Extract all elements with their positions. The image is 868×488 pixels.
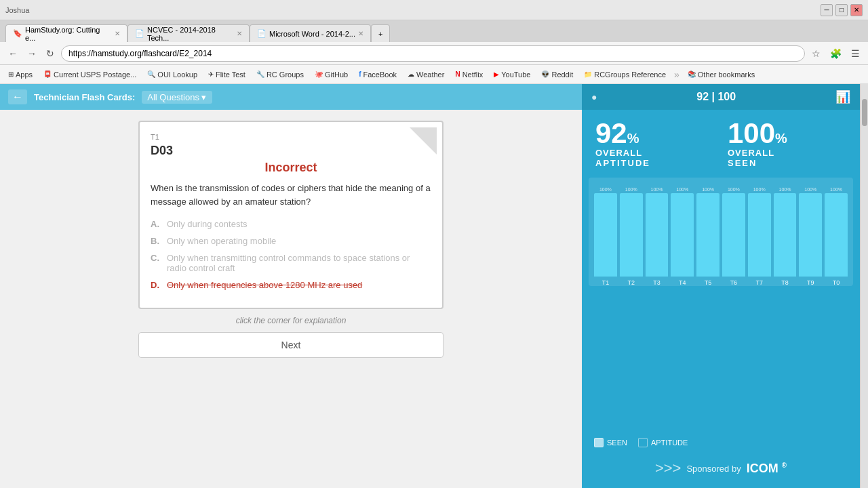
tab-label-2: NCVEC - 2014-2018 Tech... [147, 26, 234, 42]
bookmark-usps[interactable]: 📮 Current USPS Postage... [41, 69, 139, 80]
answer-b: B. Only when operating mobile [151, 236, 431, 246]
bar-bottom-label: T0 [833, 279, 840, 286]
bar-fill [774, 193, 797, 277]
bookmark-reddit[interactable]: 👽 Reddit [538, 69, 576, 80]
flash-header: ← Technician Flash Cards: All Questions … [0, 84, 582, 110]
answer-d-letter: D. [151, 280, 161, 290]
maximize-button[interactable]: □ [835, 4, 848, 16]
bar-fill [799, 193, 822, 277]
tab-icon-2: 📄 [135, 29, 144, 38]
sponsor-brand: ICOM ® [747, 462, 787, 476]
bar-top-label: 100% [702, 187, 714, 192]
tab-close-2[interactable]: ✕ [237, 30, 242, 37]
bar-top-label: 100% [830, 187, 842, 192]
seen-label-bottom: SEEN [728, 158, 846, 168]
bar-bottom-label: T6 [730, 279, 738, 286]
bar-group-t1: 100%T1 [594, 187, 617, 287]
answer-c: C. Only when transmitting control comman… [151, 253, 431, 273]
bookmark-rcref-label: RCGroups Reference [594, 70, 666, 79]
scrollbar-thumb[interactable] [862, 99, 867, 126]
github-icon: 🐙 [315, 70, 323, 78]
bookmarks-bar: ⊞ Apps 📮 Current USPS Postage... 🔍 OUI L… [0, 65, 868, 84]
bookmark-oui[interactable]: 🔍 OUI Lookup [144, 69, 200, 80]
bar-chart: 100%T1100%T2100%T3100%T4100%T5100%T6100%… [582, 178, 860, 432]
bar-fill [646, 193, 669, 277]
minimize-button[interactable]: ─ [821, 4, 833, 16]
oui-icon: 🔍 [147, 70, 155, 78]
tab-hamstudy[interactable]: 🔖 HamStudy.org: Cutting e... ✕ [5, 24, 127, 42]
reddit-icon: 👽 [541, 70, 549, 78]
card-question: When is the transmission of codes or cip… [151, 182, 431, 208]
flash-filter-button[interactable]: All Questions ▾ [142, 91, 212, 104]
bar-bottom-label: T1 [602, 279, 610, 286]
bar-bottom-label: T2 [627, 279, 635, 286]
answer-d-text: Only when frequencies above 1280 MHz are… [167, 280, 362, 290]
tab-icon: 🔖 [13, 29, 22, 38]
seen-block: 100% OVERALL SEEN [728, 119, 846, 168]
bookmark-oui-label: OUI Lookup [157, 70, 197, 79]
refresh-button[interactable]: ↻ [43, 47, 57, 60]
nav-bar: ← → ↻ ☆ 🧩 ☰ [0, 42, 868, 65]
bookmark-facebook[interactable]: f FaceBook [356, 69, 399, 80]
bookmark-star[interactable]: ☆ [809, 47, 823, 60]
bar-top-label: 100% [804, 187, 816, 192]
bookmark-netflix-label: Netflix [462, 70, 484, 79]
bar-fill [594, 193, 617, 277]
legend-aptitude-label: APTITUDE [651, 439, 688, 447]
tab-close-1[interactable]: ✕ [115, 30, 120, 37]
back-button[interactable]: ← [5, 47, 20, 60]
youtube-icon: ▶ [494, 70, 499, 78]
bookmark-apps[interactable]: ⊞ Apps [5, 69, 35, 80]
left-content: ← Technician Flash Cards: All Questions … [0, 84, 582, 488]
seen-label-top: OVERALL [728, 148, 846, 158]
apps-icon: ⊞ [8, 70, 14, 78]
bookmark-github[interactable]: 🐙 GitHub [312, 69, 351, 80]
next-button[interactable]: Next [138, 332, 443, 358]
scrollbar[interactable] [860, 84, 868, 488]
flashcard-corner[interactable] [410, 127, 437, 155]
flite-icon: ✈ [208, 70, 214, 78]
bookmark-rcref[interactable]: 📁 RCGroups Reference [581, 69, 669, 80]
bookmark-other[interactable]: 📚 Other bookmarks [685, 69, 757, 80]
flash-back-button[interactable]: ← [8, 89, 27, 104]
bar-top-label: 100% [599, 187, 612, 192]
bookmark-weather[interactable]: ☁ Weather [405, 69, 447, 80]
facebook-icon: f [359, 70, 361, 78]
close-button[interactable]: ✕ [850, 4, 863, 16]
legend-seen-box [594, 438, 604, 447]
answer-c-text: Only when transmitting control commands … [167, 253, 431, 273]
bar-group-t9: 100%T9 [799, 187, 822, 287]
bar-top-label: 100% [753, 187, 766, 192]
user-name: Joshua [5, 6, 29, 14]
bar-top-label: 100% [779, 187, 791, 192]
bookmark-flite[interactable]: ✈ Flite Test [205, 69, 248, 80]
menu-button[interactable]: ☰ [848, 47, 863, 60]
bar-group-t8: 100%T8 [774, 187, 797, 287]
tab-new[interactable]: + [371, 24, 390, 42]
answer-c-letter: C. [151, 253, 161, 263]
flash-title: Technician Flash Cards: [34, 92, 135, 102]
bar-group-t5: 100%T5 [696, 187, 719, 287]
bookmark-rcgroups[interactable]: 🔧 RC Groups [254, 69, 307, 80]
bars-container: 100%T1100%T2100%T3100%T4100%T5100%T6100%… [589, 178, 853, 286]
url-bar[interactable] [61, 45, 805, 62]
tab-word[interactable]: 📄 Microsoft Word - 2014-2... ✕ [250, 24, 371, 42]
bar-bottom-label: T7 [755, 279, 763, 286]
bar-bottom-label: T5 [705, 279, 712, 286]
netflix-icon: N [455, 70, 460, 78]
bookmark-netflix[interactable]: N Netflix [452, 69, 486, 80]
other-icon: 📚 [688, 70, 696, 78]
bar-group-t0: 100%T0 [825, 187, 848, 287]
usps-icon: 📮 [43, 70, 52, 78]
bookmark-youtube[interactable]: ▶ YouTube [491, 69, 533, 80]
bookmarks-more[interactable]: » [674, 69, 679, 80]
bar-bottom-label: T9 [807, 279, 814, 286]
stats-icon: ● [591, 92, 597, 102]
extensions-button[interactable]: 🧩 [827, 47, 844, 60]
tab-icon-3: 📄 [257, 29, 267, 38]
tab-close-3[interactable]: ✕ [358, 30, 363, 37]
new-tab-icon: + [378, 30, 382, 38]
flashcard: T1 D03 Incorrect When is the transmissio… [138, 121, 443, 309]
tab-ncvec[interactable]: 📄 NCVEC - 2014-2018 Tech... ✕ [127, 24, 250, 42]
forward-button[interactable]: → [24, 47, 39, 60]
